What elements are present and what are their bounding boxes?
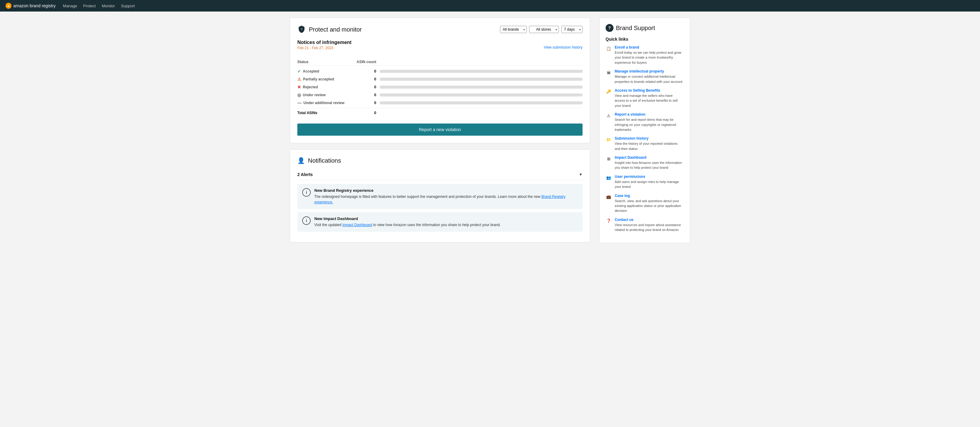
period-filter[interactable]: 7 days <box>561 26 582 33</box>
nav-manage[interactable]: Manage <box>63 4 77 8</box>
report-violation-content: Report a violation Search for and report… <box>615 112 684 132</box>
review-icon: ◎ <box>298 92 301 97</box>
brands-filter[interactable]: All brands <box>500 26 527 33</box>
case-log-link[interactable]: Case log <box>615 194 684 198</box>
rejected-label: Rejected <box>303 85 318 89</box>
accepted-bar <box>376 70 582 73</box>
case-log-content: Case log Search, view, and ask questions… <box>615 194 684 214</box>
accepted-icon: ✓ <box>298 69 301 74</box>
submission-history-link[interactable]: Submission history <box>615 136 684 140</box>
quick-link-item: 🔑 Access to Selling Benefits View and ma… <box>606 88 684 108</box>
table-header: Status ASIN count <box>298 59 582 65</box>
notification-icon: i <box>302 217 311 225</box>
contact-us-content: Contact us View resources and inquire ab… <box>615 218 684 233</box>
submission-history-icon: 📁 <box>606 137 612 143</box>
case-log-desc: Search, view, and ask questions about yo… <box>615 199 681 213</box>
notification-title: New Impact Dashboard <box>314 217 501 221</box>
svg-text:?: ? <box>301 28 302 31</box>
quick-links-title: Quick links <box>606 37 684 41</box>
notices-title: Notices of infringement <box>298 40 352 45</box>
alerts-label: 2 Alerts <box>298 172 313 177</box>
amazon-logo-icon: a <box>5 2 12 10</box>
user-permissions-link[interactable]: User permissions <box>615 175 684 179</box>
svg-text:a: a <box>8 4 10 8</box>
accepted-label: Accepted <box>303 69 319 73</box>
additional-icon: — <box>298 100 302 105</box>
additional-count: 0 <box>352 101 376 105</box>
additional-label: Under additional review <box>304 101 344 105</box>
rejected-count: 0 <box>352 85 376 89</box>
sidebar: ? Brand Support Quick links 📋 Enroll a b… <box>599 18 690 243</box>
navigation: a amazon brand registry Manage Protect M… <box>0 0 980 11</box>
case-log-icon: 💼 <box>606 194 612 200</box>
notifications-icon: 👤 <box>298 157 305 164</box>
protect-monitor-card: ? Protect and monitor All brands All sto… <box>290 18 590 143</box>
notification-body: Visit the updated Impact Dashboard to vi… <box>314 222 501 228</box>
review-label: Under review <box>303 93 326 97</box>
quick-link-item: 🏛 Manage intellectual property Manage or… <box>606 69 684 84</box>
total-value: 0 <box>352 111 376 115</box>
submission-history-content: Submission history View the history of y… <box>615 136 684 151</box>
notification-link-2[interactable]: Impact Dashboard <box>342 223 372 227</box>
notices-section: Notices of infringement Feb 21 - Feb 27,… <box>298 40 582 135</box>
nav-protect[interactable]: Protect <box>83 4 95 8</box>
contact-us-link[interactable]: Contact us <box>615 218 684 222</box>
selling-benefits-icon: 🔑 <box>606 89 612 95</box>
chevron-down-icon[interactable]: ▼ <box>579 172 582 177</box>
quick-link-item: 📋 Enroll a brand Enroll today so we can … <box>606 45 684 65</box>
total-label: Total ASINs <box>298 111 352 115</box>
quick-link-item: 📁 Submission history View the history of… <box>606 136 684 151</box>
enroll-content: Enroll a brand Enroll today so we can he… <box>615 45 684 65</box>
enroll-link[interactable]: Enroll a brand <box>615 45 684 49</box>
submission-history-desc: View the history of your reported violat… <box>615 142 678 150</box>
nav-monitor[interactable]: Monitor <box>102 4 115 8</box>
user-permissions-desc: Add users and assign roles to help manag… <box>615 180 679 188</box>
user-permissions-content: User permissions Add users and assign ro… <box>615 175 684 190</box>
selling-benefits-content: Access to Selling Benefits View and mana… <box>615 88 684 108</box>
quick-link-item: ❓ Contact us View resources and inquire … <box>606 218 684 233</box>
view-history-link[interactable]: View submission history <box>544 45 582 49</box>
period-filter-wrapper: 7 days <box>561 26 582 33</box>
stores-filter-wrapper: All stores <box>529 26 559 33</box>
status-partial: ⚠ Partially accepted <box>298 77 352 82</box>
notification-content: New Impact Dashboard Visit the updated I… <box>314 217 501 228</box>
partial-bar <box>376 78 582 81</box>
ip-icon: 🏛 <box>606 70 612 76</box>
logo: a amazon brand registry <box>5 2 56 10</box>
ip-link[interactable]: Manage intellectual property <box>615 69 684 73</box>
report-violation-button[interactable]: Report a new violation <box>298 124 582 135</box>
quick-link-item: 💼 Case log Search, view, and ask questio… <box>606 194 684 214</box>
report-violation-link[interactable]: Report a violation <box>615 112 684 116</box>
quick-link-item: ⊞ Impact Dashboard Insight into how Amaz… <box>606 155 684 170</box>
status-accepted: ✓ Accepted <box>298 69 352 74</box>
logo-text: amazon brand registry <box>13 3 56 8</box>
impact-dashboard-desc: Insight into how Amazon uses the informa… <box>615 161 682 169</box>
question-mark-icon: ? <box>606 24 614 32</box>
protect-monitor-title: ? Protect and monitor <box>298 25 362 34</box>
accepted-count: 0 <box>352 69 376 73</box>
total-row: Total ASINs 0 <box>298 108 582 118</box>
status-rejected: ✕ Rejected <box>298 84 352 89</box>
shield-icon: ? <box>298 25 306 34</box>
nav-support[interactable]: Support <box>121 4 135 8</box>
partial-icon: ⚠ <box>298 77 301 82</box>
notifications-card: 👤 Notifications 2 Alerts ▼ i New Brand R… <box>290 149 590 242</box>
quick-link-item: 👥 User permissions Add users and assign … <box>606 175 684 190</box>
stores-filter[interactable]: All stores <box>529 26 559 33</box>
col-status-header: Status <box>298 60 352 64</box>
impact-dashboard-icon: ⊞ <box>606 156 612 162</box>
brand-support-title: ? Brand Support <box>606 24 684 32</box>
card-header: ? Protect and monitor All brands All sto… <box>298 25 582 34</box>
contact-us-desc: View resources and inquire about assista… <box>615 223 681 231</box>
selling-benefits-link[interactable]: Access to Selling Benefits <box>615 88 684 92</box>
selling-benefits-desc: View and manage the sellers who have acc… <box>615 94 678 107</box>
notification-content: New Brand Registry experience The redesi… <box>314 188 578 205</box>
table-row: ✓ Accepted 0 <box>298 67 582 75</box>
notification-item: i New Brand Registry experience The rede… <box>298 184 582 209</box>
review-bar <box>376 94 582 97</box>
notices-header-row: Notices of infringement Feb 21 - Feb 27,… <box>298 40 582 55</box>
table-row: ◎ Under review 0 <box>298 91 582 99</box>
ip-content: Manage intellectual property Manage or c… <box>615 69 684 84</box>
impact-dashboard-link[interactable]: Impact Dashboard <box>615 155 684 159</box>
report-violation-icon: ⚠ <box>606 113 612 119</box>
